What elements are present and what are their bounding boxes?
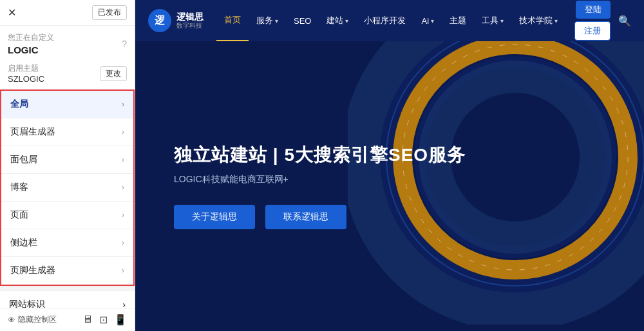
menu-item-label: 页脚生成器	[10, 265, 55, 276]
chevron-icon: ›	[122, 211, 124, 220]
menu-item-cebianzha[interactable]: 侧边栏 ›	[1, 229, 133, 257]
nav-link-label: 服务	[256, 15, 273, 26]
chevron-icon: ›	[122, 266, 124, 275]
menu-item-label: 网站标识	[9, 299, 45, 308]
change-theme-button[interactable]: 更改	[100, 66, 127, 81]
nav-link-gongju[interactable]: 工具 ▾	[474, 0, 511, 41]
nav-link-jianzhan[interactable]: 建站 ▾	[319, 0, 356, 41]
login-button[interactable]: 登陆	[576, 1, 611, 19]
nav-right: 登陆 注册 🔍	[574, 1, 631, 41]
menu-item-label: 全局	[10, 99, 28, 110]
hide-control-label: 隐藏控制区	[18, 314, 57, 325]
chevron-down-icon: ▾	[431, 17, 434, 24]
mobile-icon[interactable]: 📱	[114, 314, 127, 326]
nav-links: 首页 服务 ▾ SEO 建站 ▾ 小程序开发 Ai ▾ 主题	[216, 0, 574, 41]
published-badge: 已发布	[92, 5, 127, 20]
hero-subtitle: LOGIC科技赋能电商互联网+	[174, 174, 466, 185]
search-icon[interactable]: 🔍	[618, 15, 631, 27]
chevron-down-icon: ▾	[500, 17, 504, 24]
chevron-icon: ›	[122, 183, 124, 192]
menu-item-boke[interactable]: 博客 ›	[1, 174, 133, 202]
customizing-section: 您正在自定义 LOGIC ?	[0, 26, 135, 58]
menu-section-highlighted: 全局 › 页眉生成器 › 面包屑 › 博客 › 页面 › 侧边栏 ›	[0, 90, 135, 286]
menu-item-mianbaoxi[interactable]: 面包屑 ›	[1, 146, 133, 174]
menu-list: 全局 › 页眉生成器 › 面包屑 › 博客 › 页面 › 侧边栏 ›	[0, 90, 135, 308]
chevron-icon: ›	[122, 238, 124, 247]
theme-label: 启用主题	[8, 63, 44, 74]
customizing-label: 您正在自定义	[8, 32, 54, 43]
nav-link-label: SEO	[294, 16, 311, 26]
menu-item-label: 面包屑	[10, 154, 37, 166]
site-logo: 逻 逻辑思 数字科技	[148, 9, 204, 32]
help-icon[interactable]: ?	[122, 39, 127, 49]
eye-icon: 👁	[8, 316, 15, 325]
bottom-bar: 👁 隐藏控制区 🖥 ⊡ 📱	[0, 308, 135, 331]
hero-primary-button[interactable]: 关于逻辑思	[174, 205, 255, 229]
nav-link-services[interactable]: 服务 ▾	[249, 0, 286, 41]
hide-control[interactable]: 👁 隐藏控制区	[8, 314, 57, 325]
hero-secondary-button[interactable]: 联系逻辑思	[265, 205, 346, 229]
nav-link-seo[interactable]: SEO	[286, 0, 319, 41]
chevron-icon: ›	[122, 128, 124, 137]
left-top-bar: ✕ 已发布	[0, 0, 135, 26]
menu-item-label: 博客	[10, 182, 28, 193]
tablet-icon[interactable]: ⊡	[99, 314, 108, 326]
chevron-icon: ›	[122, 299, 126, 308]
nav-link-jishu[interactable]: 技术学院 ▾	[511, 0, 565, 41]
chevron-down-icon: ▾	[554, 17, 558, 24]
left-panel: ✕ 已发布 您正在自定义 LOGIC ? 启用主题 SZLOGIC 更改 全局 …	[0, 0, 135, 331]
chevron-down-icon: ▾	[345, 17, 348, 24]
logo-main-text: 逻辑思	[176, 12, 204, 22]
nav-link-zhuti[interactable]: 主题	[442, 0, 474, 41]
desktop-icon[interactable]: 🖥	[82, 314, 93, 326]
hero-buttons: 关于逻辑思 联系逻辑思	[174, 205, 466, 229]
nav-link-label: 建站	[327, 15, 343, 26]
menu-item-label: 页眉生成器	[10, 126, 55, 138]
hero-content: 独立站建站 | 5大搜索引擎SEO服务 LOGIC科技赋能电商互联网+ 关于逻辑…	[135, 143, 504, 229]
logo-icon: 逻	[148, 9, 171, 32]
menu-item-quanju[interactable]: 全局 ›	[1, 91, 133, 118]
chevron-icon: ›	[122, 100, 124, 109]
logo-text: 逻辑思 数字科技	[176, 12, 204, 29]
menu-item-yejiaoshengchengqi[interactable]: 页脚生成器 ›	[1, 257, 133, 285]
menu-item-yetoushengchengqi[interactable]: 页眉生成器 ›	[1, 118, 133, 146]
hero-area: 独立站建站 | 5大搜索引擎SEO服务 LOGIC科技赋能电商互联网+ 关于逻辑…	[135, 41, 644, 331]
site-navbar: 逻 逻辑思 数字科技 首页 服务 ▾ SEO 建站 ▾ 小程序开发	[135, 0, 644, 41]
nav-link-label: 主题	[450, 15, 466, 26]
theme-name: SZLOGIC	[8, 74, 44, 84]
register-button[interactable]: 注册	[574, 21, 611, 41]
menu-divider	[0, 286, 135, 291]
main-area: 逻 逻辑思 数字科技 首页 服务 ▾ SEO 建站 ▾ 小程序开发	[135, 0, 644, 331]
nav-link-xiaochengxu[interactable]: 小程序开发	[356, 0, 413, 41]
menu-item-wangzhanbiaozhun[interactable]: 网站标识 ›	[0, 291, 135, 308]
nav-link-label: 小程序开发	[364, 15, 406, 26]
theme-section: 启用主题 SZLOGIC 更改	[0, 58, 135, 90]
hero-title: 独立站建站 | 5大搜索引擎SEO服务	[174, 143, 466, 167]
menu-item-label: 侧边栏	[10, 237, 37, 249]
nav-link-label: 技术学院	[519, 15, 553, 26]
chevron-down-icon: ▾	[275, 17, 278, 24]
nav-link-ai[interactable]: Ai ▾	[413, 0, 442, 41]
menu-item-yemian[interactable]: 页面 ›	[1, 202, 133, 229]
logo-sub-text: 数字科技	[176, 22, 204, 29]
nav-link-home[interactable]: 首页	[216, 0, 249, 41]
nav-right-buttons: 登陆 注册	[574, 1, 611, 41]
nav-link-label: 工具	[482, 15, 498, 26]
nav-link-label: 首页	[224, 14, 241, 26]
device-icons: 🖥 ⊡ 📱	[82, 314, 127, 326]
logic-title: LOGIC	[8, 43, 54, 55]
chevron-icon: ›	[122, 155, 124, 164]
close-icon[interactable]: ✕	[8, 6, 16, 19]
nav-link-label: Ai	[421, 16, 429, 26]
menu-item-label: 页面	[10, 209, 28, 221]
